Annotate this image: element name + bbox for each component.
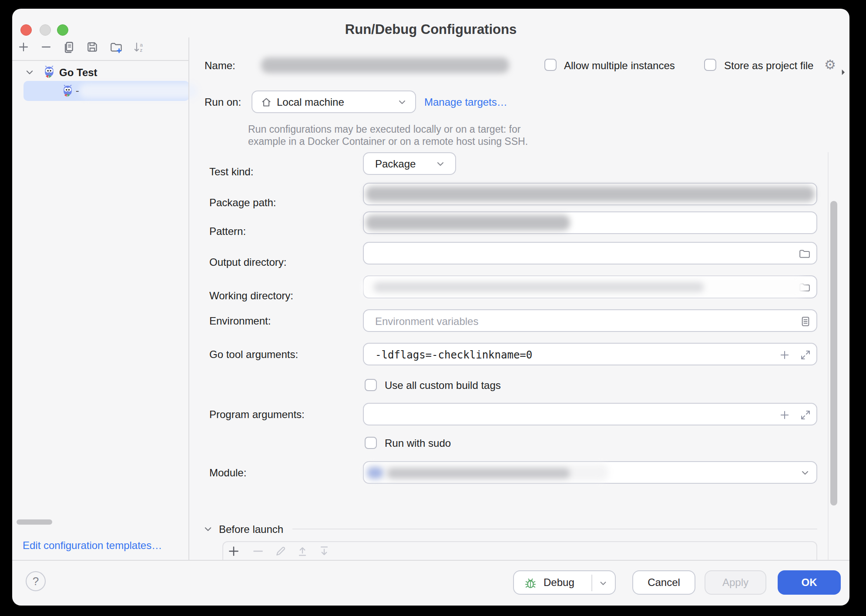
redacted-module-icon: [367, 467, 383, 479]
pattern-label: Pattern:: [209, 225, 246, 238]
expand-editor-button[interactable]: [799, 408, 812, 422]
run-debug-configurations-dialog: Run/Debug Configurations az Go Test - Ed…: [12, 9, 849, 606]
test-kind-dropdown[interactable]: Package: [363, 152, 456, 175]
before-launch-remove-button[interactable]: [251, 544, 265, 558]
debug-dropdown-chevron[interactable]: [598, 579, 608, 588]
move-down-icon: [318, 545, 330, 557]
sort-configurations-button[interactable]: az: [131, 39, 147, 56]
before-launch-edit-button[interactable]: [274, 544, 288, 558]
plus-icon: [18, 41, 29, 53]
add-argument-button[interactable]: [778, 408, 791, 422]
environment-label: Environment:: [209, 315, 271, 327]
debug-bug-icon: [524, 576, 537, 590]
cancel-button-label: Cancel: [648, 576, 680, 589]
before-launch-title: Before launch: [219, 523, 283, 536]
before-launch-collapse-chevron[interactable]: [202, 523, 214, 535]
home-icon: [260, 96, 272, 108]
debug-split-button[interactable]: Debug: [513, 570, 616, 595]
chevron-down-icon: [435, 159, 446, 169]
tree-collapse-chevron[interactable]: [23, 66, 36, 78]
chevron-down-icon: [800, 468, 810, 478]
name-label: Name:: [205, 60, 235, 72]
footer-divider: [12, 560, 849, 561]
output-directory-label: Output directory:: [209, 256, 286, 268]
run-on-label: Run on:: [205, 96, 241, 108]
go-tool-arguments-label: Go tool arguments:: [209, 348, 298, 361]
allow-multiple-instances-checkbox[interactable]: [544, 59, 557, 71]
save-configuration-button[interactable]: [84, 39, 100, 55]
store-as-project-file-label: Store as project file: [724, 60, 813, 72]
output-directory-input[interactable]: [363, 242, 817, 264]
tree-selected-label: -: [76, 84, 79, 97]
before-launch-add-button[interactable]: [227, 544, 241, 558]
before-launch-divider: [292, 529, 817, 529]
cancel-button[interactable]: Cancel: [632, 570, 695, 595]
svg-text:z: z: [140, 47, 143, 53]
working-directory-label: Working directory:: [209, 290, 293, 302]
plus-icon: [779, 409, 790, 421]
pencil-icon: [275, 545, 287, 557]
folder-icon: [799, 248, 811, 260]
run-on-value: Local machine: [277, 96, 344, 108]
minus-icon: [40, 41, 52, 53]
browse-variables-button[interactable]: [799, 315, 812, 328]
chevron-down-icon: [203, 524, 213, 534]
chevron-down-icon: [397, 97, 407, 107]
run-target-help-line2: example in a Docker Container or on a re…: [248, 136, 528, 147]
tree-selected-item[interactable]: -: [23, 81, 189, 101]
allow-multiple-instances-label: Allow multiple instances: [564, 60, 675, 72]
manage-targets-link[interactable]: Manage targets…: [424, 96, 507, 108]
test-kind-value: Package: [375, 158, 416, 170]
minus-icon: [252, 545, 264, 557]
environment-input[interactable]: Environment variables: [363, 309, 817, 332]
expand-icon: [800, 409, 811, 421]
add-argument-button[interactable]: [778, 348, 791, 362]
new-folder-icon: [110, 41, 123, 54]
redacted-name-value[interactable]: [261, 57, 509, 73]
program-arguments-label: Program arguments:: [209, 408, 305, 421]
browse-folder-button[interactable]: [798, 248, 811, 261]
redacted-package-path: [366, 186, 815, 202]
vertical-scrollbar[interactable]: [830, 201, 837, 506]
list-document-icon: [800, 316, 811, 327]
go-test-icon: [43, 65, 56, 80]
plus-icon: [228, 545, 240, 557]
debug-button-label: Debug: [544, 576, 574, 589]
before-launch-move-down-button[interactable]: [317, 544, 331, 558]
edit-configuration-templates-link[interactable]: Edit configuration templates…: [23, 539, 162, 552]
before-launch-move-up-button[interactable]: [295, 544, 309, 558]
question-mark-icon: ?: [33, 575, 39, 588]
run-with-sudo-label: Run with sudo: [385, 437, 451, 449]
chevron-down-icon: [598, 579, 608, 588]
store-settings-gear-button[interactable]: ⚙: [824, 58, 840, 74]
use-all-custom-build-tags-label: Use all custom build tags: [385, 379, 501, 392]
run-with-sudo-checkbox[interactable]: [365, 437, 377, 449]
svg-text:a: a: [140, 42, 143, 47]
copy-configuration-button[interactable]: [61, 39, 77, 55]
save-icon: [86, 41, 98, 53]
new-folder-button[interactable]: [108, 39, 124, 56]
sidebar-toolbar-divider: [12, 60, 189, 61]
go-test-icon: [61, 83, 74, 99]
sidebar-horizontal-scrollbar[interactable]: [17, 519, 52, 525]
run-on-dropdown[interactable]: Local machine: [252, 90, 416, 113]
apply-button[interactable]: Apply: [705, 570, 766, 595]
redacted-module-name: [387, 468, 570, 479]
apply-button-label: Apply: [722, 576, 749, 589]
go-tool-arguments-input[interactable]: -ldflags=-checklinkname=0: [363, 343, 817, 365]
add-configuration-button[interactable]: [16, 39, 31, 55]
sidebar-divider: [188, 37, 189, 560]
tree-root-go-test[interactable]: Go Test: [59, 67, 97, 79]
expand-editor-button[interactable]: [799, 348, 812, 362]
sort-az-icon: az: [132, 41, 145, 54]
use-all-custom-build-tags-checkbox[interactable]: [365, 379, 377, 391]
module-label: Module:: [209, 467, 246, 479]
gear-icon: ⚙: [824, 57, 836, 72]
help-button[interactable]: ?: [26, 571, 46, 591]
move-up-icon: [296, 545, 309, 557]
ok-button[interactable]: OK: [778, 570, 841, 595]
remove-configuration-button[interactable]: [38, 39, 54, 55]
store-as-project-file-checkbox[interactable]: [704, 59, 716, 71]
program-arguments-input[interactable]: [363, 403, 817, 425]
redacted-configuration-name: [79, 84, 198, 98]
